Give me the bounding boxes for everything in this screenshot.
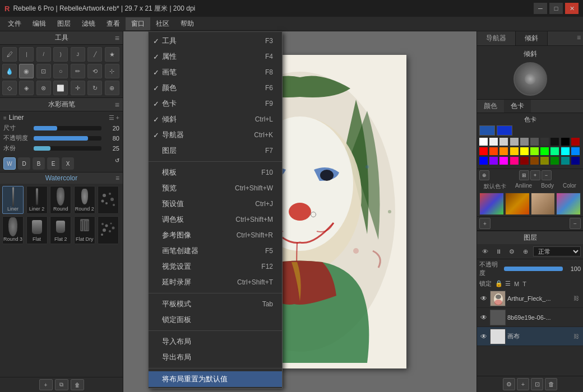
lock-icon2[interactable]: ☰ [505,280,511,287]
tools-menu-icon[interactable]: ≡ [115,34,119,43]
menu-help[interactable]: 帮助 [175,17,200,30]
preset-del-icon[interactable]: − [570,218,581,229]
right-panel-menu-icon[interactable]: ≡ [575,31,583,45]
preset-thumb-body[interactable] [531,193,556,215]
layer-eye-icon[interactable]: 👁 [479,246,491,257]
opacity-slider[interactable] [34,136,101,141]
swatch-mint[interactable] [550,147,559,155]
layer-settings-btn[interactable]: ⚙ [503,378,515,390]
tab-navigator[interactable]: 导航器 [477,31,516,45]
brush-settings-icon[interactable]: ☰ [109,114,114,122]
menu-community[interactable]: 社区 [150,17,175,30]
layer-del-btn[interactable]: 🗑 [545,378,557,390]
menu-item-reset-layout[interactable]: 将布局重置为默认值 [149,371,282,387]
swatch-yellow[interactable] [520,147,529,155]
menu-layer[interactable]: 图层 [52,17,76,30]
brush-blend-icon[interactable]: B [33,157,45,170]
brush-flat[interactable]: Flat [26,216,48,244]
brush-flat-dry[interactable]: Flat Dry [74,216,95,244]
swatch-navy[interactable] [571,157,580,165]
tool-brush3[interactable]: ) [53,47,68,62]
menu-filter[interactable]: 滤镜 [76,17,101,30]
layer-settings-icon[interactable]: ⚙ [506,246,517,257]
swatch-orange-red[interactable] [489,147,498,155]
mixer-dropper-icon[interactable]: ⊕ [479,170,489,180]
swatch-white[interactable] [479,138,488,146]
grid-icon[interactable]: ⊞ [519,170,529,180]
size-slider[interactable] [34,126,101,130]
water-slider[interactable] [34,146,101,151]
tool-dropper[interactable]: 💧 [2,64,17,78]
layer-add-btn[interactable]: + [517,378,529,390]
tool-pencil[interactable]: ✏ [71,64,85,78]
brush-texture1[interactable] [98,186,119,214]
swatch-near-black[interactable] [550,138,559,146]
swatch-cyan[interactable] [561,147,570,155]
swatch-dred[interactable] [571,138,580,146]
swatch-azure[interactable] [571,147,580,155]
layer-opacity-slider[interactable] [504,267,563,271]
swatch-vdgray[interactable] [540,138,549,146]
primary-color-swatch[interactable] [479,125,495,136]
layer-extra-icon[interactable]: ⊕ [520,246,531,257]
brush-dry-icon[interactable]: D [18,157,30,170]
brush-type-menu-icon[interactable]: ≡ [115,174,119,182]
swatch-black[interactable] [561,138,570,146]
brush-round[interactable]: Round [50,186,71,214]
swatch-gray1[interactable] [499,138,508,146]
layer-link-8b69[interactable] [572,313,581,322]
swatch-gray3[interactable] [520,138,529,146]
brush-extra1-icon[interactable]: E [47,157,59,170]
brush-add-icon[interactable]: + [116,114,119,122]
minimize-button[interactable]: ─ [534,3,547,14]
layer-eye-arthur[interactable]: 👁 [479,294,488,303]
tab-color[interactable]: 颜色 [477,100,504,113]
swatch-teal[interactable] [561,157,570,165]
tool-brush4[interactable]: J [71,47,85,62]
tool-water-drop[interactable]: ◇ [2,81,17,95]
brush-reset-icon[interactable]: ↺ [115,157,119,170]
swatch-red[interactable] [479,147,488,155]
tool-rotate[interactable]: ↻ [87,81,102,95]
swatch-gray2[interactable] [510,138,519,146]
menu-edit[interactable]: 编辑 [27,17,52,30]
swatch-orange[interactable] [499,147,508,155]
lock-icon1[interactable]: 🔒 [495,280,503,287]
maximize-button[interactable]: □ [549,3,563,14]
menu-window[interactable]: 窗口 [126,17,150,30]
preset-thumb-color[interactable] [556,193,581,215]
preset-add-icon[interactable]: + [479,218,491,229]
brush-extra2-icon[interactable]: X [62,157,74,170]
layer-group-btn[interactable]: ⊡ [531,378,543,390]
tool-brush5[interactable]: ╱ [87,47,102,62]
swatch-blue[interactable] [479,157,488,165]
blend-mode-select[interactable]: 正常 [533,246,581,256]
swatch-violet[interactable] [489,157,498,165]
tab-tilt[interactable]: 倾斜 [516,31,548,45]
brush-wet-icon[interactable]: W [3,157,16,170]
swatch-dgray[interactable] [530,138,539,146]
swatch-lgray[interactable] [489,138,498,146]
layer-row-8b69[interactable]: 👁 8b69e19e-06-... [477,308,583,327]
brush-liner2[interactable]: Liner 2 [26,186,48,214]
layer-pause-icon[interactable]: ⏸ [493,246,504,257]
lock-m[interactable]: M [514,281,519,287]
new-brush-button[interactable]: + [39,379,53,390]
tool-brush2[interactable]: / [36,47,51,62]
layer-link-arthur[interactable]: ⛓ [572,294,581,303]
tool-eraser[interactable]: ⊡ [36,64,51,78]
layer-row-canvas[interactable]: 👁 画布 ⛓ [477,327,583,346]
brush-menu-icon[interactable]: ≡ [115,100,119,109]
tool-fill[interactable]: ◉ [19,64,34,78]
close-button[interactable]: ✕ [565,3,579,14]
layer-link-canvas[interactable]: ⛓ [572,332,581,341]
secondary-color-swatch[interactable] [497,125,512,136]
tool-pen[interactable]: 🖊 [2,47,17,62]
brush-round2[interactable]: Round 2 [74,186,95,214]
tool-fan[interactable]: ⊗ [36,81,51,95]
brush-texture2[interactable] [98,216,119,244]
swatch-maroon[interactable] [520,157,529,165]
swatch-green[interactable] [540,147,549,155]
swatch-gold[interactable] [510,147,519,155]
swatch-lime[interactable] [530,147,539,155]
